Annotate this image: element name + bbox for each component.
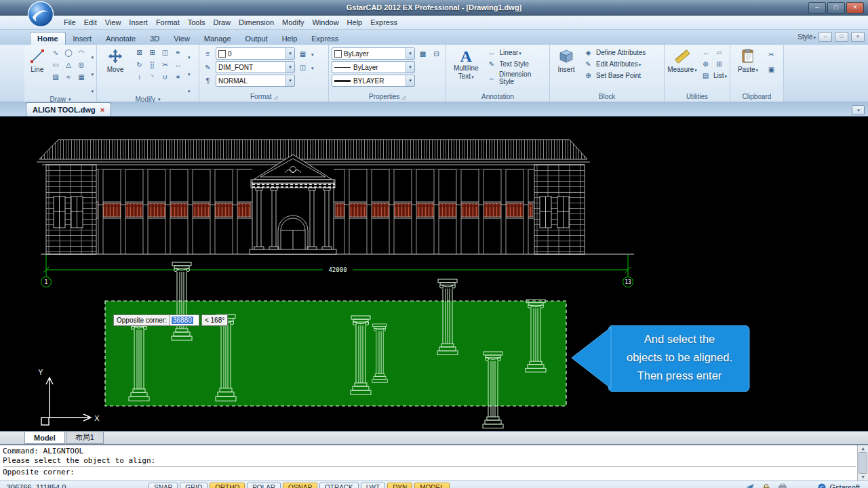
text-style-button[interactable]: ✎ Text Style [486,59,547,69]
ribbon-minimize-button[interactable]: – [818,32,832,42]
toggle-dyn[interactable]: DYN [387,483,412,488]
lineweight-combo[interactable]: BYLAYER ▾ [332,75,415,87]
quick-calc-icon[interactable]: ⊞ [713,59,725,69]
drawing-canvas[interactable]: 42000 1 13 [0,117,868,431]
list-button[interactable]: ▤ List [700,70,727,81]
flyout-arrow[interactable] [90,49,94,62]
array-icon[interactable]: ⣿ [146,60,158,70]
offset-icon[interactable]: ≡ [172,47,184,58]
dim-style-combo[interactable]: DIM_FONT ▾ [216,61,295,73]
panel-label-properties[interactable]: Properties [329,91,446,102]
menu-draw[interactable]: Draw [209,17,235,28]
panel-label-format[interactable]: Format [199,91,328,102]
color-combo[interactable]: ByLayer ▾ [332,47,415,60]
flyout-arrow[interactable] [187,49,191,62]
flyout-arrow[interactable] [187,83,191,96]
toggle-model[interactable]: MODEL [414,483,450,488]
ribbon-restore-button[interactable]: □ [835,32,848,42]
hatch-icon[interactable]: ▨ [50,72,61,82]
edit-attributes-button[interactable]: ✎ Edit Attributes [583,59,646,69]
flyout-arrow[interactable] [90,66,94,79]
paper-plane-icon[interactable] [745,483,755,488]
dialog-launcher-icon[interactable] [274,93,277,100]
table-icon[interactable]: ▦ [75,72,87,82]
fillet-icon[interactable]: ◝ [146,72,158,82]
trim-icon[interactable]: ✂ [159,60,171,70]
menu-express[interactable]: Express [366,17,401,28]
properties-palette-icon[interactable]: ▩ [417,49,429,59]
multiline-text-button[interactable]: A Multiline Text [449,47,483,81]
panel-label-utilities[interactable]: Utilities [665,91,730,102]
polygon-icon[interactable]: △ [62,60,74,70]
tab-manage[interactable]: Manage [197,33,238,45]
menu-file[interactable]: File [60,17,80,28]
measure-button[interactable]: Measure [667,47,697,75]
menu-format[interactable]: Format [152,17,184,28]
lock-icon[interactable] [761,483,771,488]
menu-window[interactable]: Window [308,17,342,28]
match-properties-icon[interactable]: ⊟ [431,49,442,59]
tab-3d[interactable]: 3D [143,33,166,45]
menu-edit[interactable]: Edit [80,17,101,28]
chevron-down-icon[interactable]: ▾ [406,62,414,73]
close-button[interactable]: × [846,2,864,14]
toggle-ortho[interactable]: ORTHO [210,483,245,488]
tab-close-icon[interactable]: × [100,106,104,114]
distance-icon[interactable]: ↔ [700,47,711,58]
style-menu[interactable]: Style [797,33,816,41]
polyline-icon[interactable]: ∿ [50,47,61,58]
line-button[interactable]: Line [27,47,47,74]
menu-view[interactable]: View [101,17,125,28]
mirror-icon[interactable]: ◫ [159,47,171,58]
chevron-down-icon[interactable]: ▾ [285,62,294,73]
insert-block-button[interactable]: Insert [553,47,580,74]
chevron-down-icon[interactable]: ▾ [285,48,294,59]
tab-list-dropdown[interactable] [852,105,865,115]
dialog-launcher-icon[interactable] [402,93,406,100]
copy-clip-icon[interactable]: ▣ [766,64,777,75]
panel-label-block[interactable]: Block [550,91,664,102]
move-button[interactable]: Move [100,47,131,74]
join-icon[interactable]: ∪ [159,72,171,82]
table-style-icon[interactable]: ◫ [297,62,309,73]
scroll-up-icon[interactable]: ▲ [861,446,864,451]
gstarcad-logo-button[interactable] [27,1,54,28]
toggle-snap[interactable]: SNAP [149,483,178,488]
scale-icon[interactable]: ↕ [134,72,145,82]
toggle-grid[interactable]: GRID [180,483,208,488]
panel-label-annotation[interactable]: Annotation [446,91,549,102]
circle-icon[interactable]: ◯ [62,47,74,58]
layer-states-icon[interactable]: ▦ [297,49,309,59]
layer-combo[interactable]: 0 ▾ [216,47,295,60]
chevron-down-icon[interactable]: ▾ [406,75,414,86]
set-base-point-button[interactable]: ⊕ Set Base Point [583,70,646,81]
text-style-icon[interactable]: ¶ [202,76,214,86]
command-scrollbar[interactable]: ▲ ▼ [857,445,868,481]
document-tab[interactable]: ALIGN TOOL.dwg × [26,102,111,116]
tab-layout1[interactable]: 布局1 [66,432,104,444]
command-prompt-line[interactable]: Opposite corner: [3,466,856,477]
layers-icon[interactable]: ≡ [202,49,214,59]
explode-icon[interactable]: ✶ [172,72,184,82]
chevron-down-icon[interactable]: ▾ [285,75,294,86]
flyout-arrow[interactable] [187,66,191,79]
id-point-icon[interactable]: ⊕ [700,59,711,69]
menu-modify[interactable]: Modify [278,17,308,28]
flyout-arrow[interactable] [90,83,94,96]
rotate-icon[interactable]: ↻ [134,60,145,70]
tab-output[interactable]: Output [239,33,275,45]
arc-icon[interactable]: ◠ [75,47,87,58]
tab-insert[interactable]: Insert [66,33,99,45]
document-close-button[interactable]: × [851,32,865,42]
command-line-window[interactable]: Command: ALIGNTOOL Please select the obj… [0,444,868,481]
chevron-down-icon[interactable]: ▾ [406,48,414,59]
menu-insert[interactable]: Insert [125,17,152,28]
scroll-down-icon[interactable]: ▼ [861,474,864,480]
copy-icon[interactable]: ⊞ [146,47,158,58]
tab-help[interactable]: Help [275,33,304,45]
printer-icon[interactable] [777,483,787,488]
toggle-otrack[interactable]: OTRACK [319,483,359,488]
dimension-style-button[interactable]: ⇔ Dimension Style [486,70,547,85]
tab-express[interactable]: Express [304,33,345,45]
flyout-arrow[interactable] [311,50,314,58]
